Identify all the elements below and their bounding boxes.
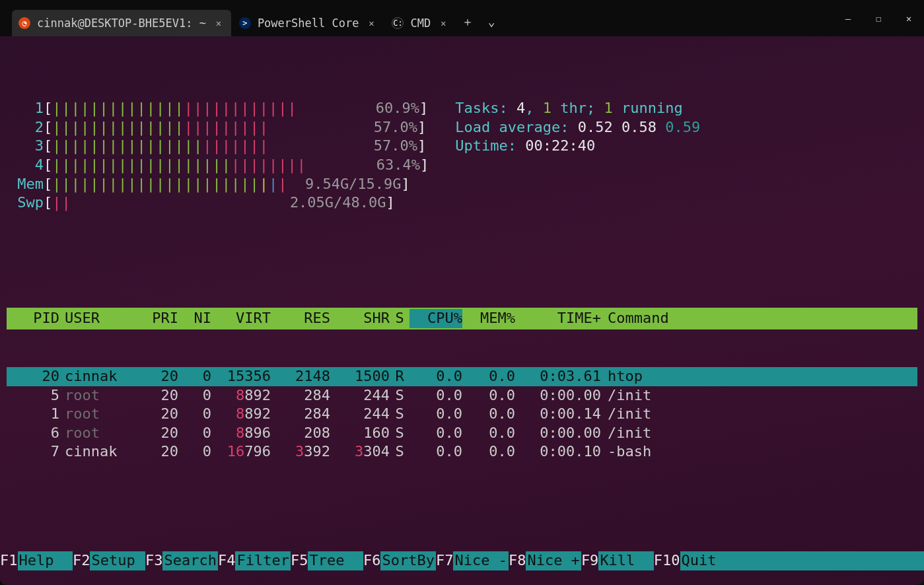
tab-dropdown-button[interactable]: ⌄ — [480, 10, 503, 34]
meter-  4: 4[||||||||||||||||||||||||||| 63.4%] — [7, 156, 429, 175]
process-row[interactable]: 7cinnak2001679633923304S0.00.00:00.10-ba… — [7, 442, 917, 462]
meter-  3: 3[||||||||||||||||||||||| 57.0%] — [7, 137, 429, 156]
fn-f6[interactable]: F6SortBy — [363, 551, 436, 570]
meter-  1: 1[|||||||||||||||||||||||||| 60.9%] — [7, 99, 429, 118]
fn-f5[interactable]: F5Tree — [291, 551, 363, 570]
meter-  2: 2[||||||||||||||||||||||| 57.0%] — [7, 118, 429, 137]
maximize-button[interactable]: ☐ — [863, 8, 894, 29]
ps-icon: > — [239, 17, 251, 29]
tab-ubuntu[interactable]: ◔cinnak@DESKTOP-BHE5EV1: ~✕ — [12, 10, 231, 36]
fn-f10[interactable]: F10Quit — [654, 551, 735, 570]
tab-close-button[interactable]: ✕ — [437, 17, 449, 29]
process-table-header[interactable]: PIDUSERPRINIVIRTRESSHRSCPU%MEM%TIME+Comm… — [7, 308, 917, 329]
col-res[interactable]: RES — [271, 309, 330, 328]
process-row[interactable]: 6root2008896208160S0.00.00:00.00/init — [7, 424, 917, 443]
meter-Mem: Mem[||||||||||||||||||||||||| 9.54G/15.9… — [7, 175, 429, 194]
process-row[interactable]: 5root2008892284244S0.00.00:00.00/init — [7, 386, 917, 405]
terminal-area[interactable]: 1[|||||||||||||||||||||||||| 60.9%] 2[||… — [0, 36, 924, 585]
col-ni[interactable]: NI — [178, 309, 211, 328]
fn-f9[interactable]: F9Kill — [581, 551, 654, 570]
col-pid[interactable]: PID — [7, 309, 59, 328]
fn-f7[interactable]: F7Nice - — [436, 551, 509, 570]
col-time[interactable]: TIME+ — [515, 309, 601, 328]
col-virt[interactable]: VIRT — [211, 309, 271, 328]
col-cpu[interactable]: CPU% — [409, 309, 462, 328]
col-mem[interactable]: MEM% — [462, 309, 515, 328]
window-titlebar: ◔cinnak@DESKTOP-BHE5EV1: ~✕>PowerShell C… — [0, 0, 924, 36]
tab-ps[interactable]: >PowerShell Core✕ — [232, 10, 384, 36]
ubuntu-icon: ◔ — [18, 17, 30, 29]
load-line: Load average: 0.52 0.58 0.59 — [455, 118, 700, 137]
tasks-line: Tasks: 4, 1 thr; 1 running — [455, 99, 700, 118]
fn-f4[interactable]: F4Filter — [218, 551, 291, 570]
tab-label: cinnak@DESKTOP-BHE5EV1: ~ — [37, 17, 206, 30]
new-tab-button[interactable]: ＋ — [456, 10, 480, 34]
col-s[interactable]: S — [390, 309, 409, 328]
minimize-button[interactable]: — — [833, 8, 863, 29]
htop-footer[interactable]: F1Help F2Setup F3SearchF4FilterF5Tree F6… — [0, 551, 924, 570]
fn-f3[interactable]: F3Search — [145, 551, 218, 570]
fn-f8[interactable]: F8Nice + — [509, 551, 581, 570]
meter-Swp: Swp[|| 2.05G/48.0G] — [7, 193, 429, 213]
col-shr[interactable]: SHR — [330, 309, 390, 328]
tab-label: CMD — [410, 17, 431, 30]
col-pri[interactable]: PRI — [139, 309, 178, 328]
uptime-line: Uptime: 00:22:40 — [455, 137, 700, 156]
tab-close-button[interactable]: ✕ — [213, 17, 225, 29]
col-user[interactable]: USER — [59, 309, 139, 328]
tab-cmd[interactable]: C:CMD✕ — [385, 10, 456, 36]
process-row[interactable]: 20cinnak2001535621481500R0.00.00:03.61ht… — [7, 367, 917, 386]
fn-f1[interactable]: F1Help — [0, 551, 73, 570]
process-row[interactable]: 1root2008892284244S0.00.00:00.14/init — [7, 405, 917, 424]
tab-close-button[interactable]: ✕ — [365, 17, 377, 29]
col-command[interactable]: Command — [601, 309, 917, 328]
footer-fill — [735, 551, 924, 570]
fn-f2[interactable]: F2Setup — [73, 551, 145, 570]
close-window-button[interactable]: ✕ — [894, 8, 924, 29]
cmd-icon: C: — [392, 17, 404, 29]
tab-label: PowerShell Core — [258, 17, 359, 30]
